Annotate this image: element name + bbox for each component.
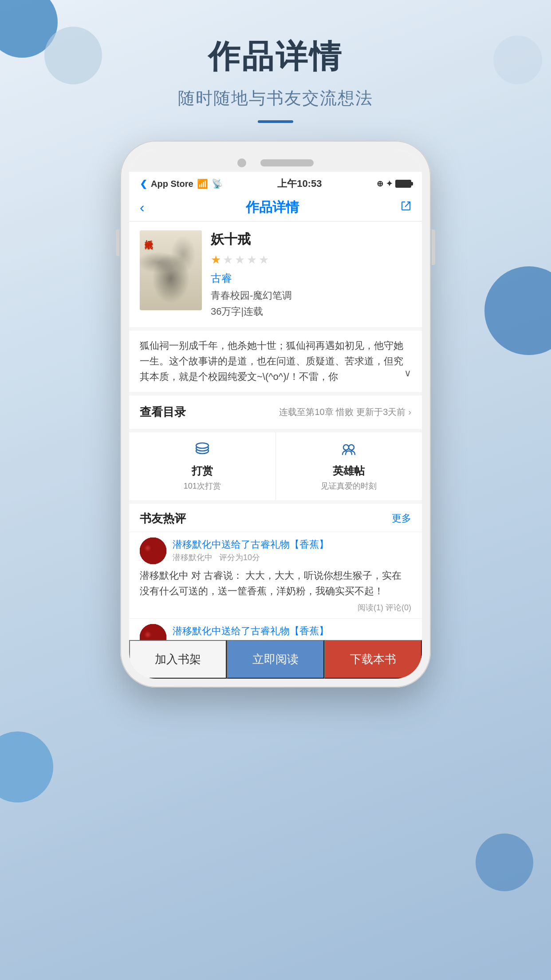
hero-post-action[interactable]: 英雄帖 见证真爱的时刻 <box>276 432 422 500</box>
svg-point-4 <box>349 445 354 450</box>
phone-mockup: ❮ App Store 📶 📡 上午10:53 ⊕ ✦ ‹ 作品详情 <box>120 141 431 688</box>
phone-volume-button <box>116 229 119 256</box>
nav-share-button[interactable] <box>401 201 411 214</box>
nav-back-button[interactable]: ‹ <box>140 199 145 216</box>
review-item-1[interactable]: 潜移默化中送给了古睿礼物【香蕉】 潜移默化中 评分为10分 潜移默化中 对 古睿… <box>129 532 422 618</box>
review-score-1: 评分为10分 <box>219 553 260 562</box>
review-content-1: 潜移默化中 对 古睿说： 大大，大大，听说你想生猴子，实在没有什么可送的，送一筐… <box>140 568 411 599</box>
review-user-info-1: 潜移默化中 评分为10分 <box>173 552 411 563</box>
book-author[interactable]: 古睿 <box>211 271 411 285</box>
phone-container: ❮ App Store 📶 📡 上午10:53 ⊕ ✦ ‹ 作品详情 <box>0 141 551 688</box>
book-details: 妖十戒 ★ ★ ★ ★ ★ 古睿 青春校园-魔幻笔调 36万字|连载 <box>211 230 411 318</box>
hot-reviews-more[interactable]: 更多 <box>392 512 411 525</box>
catalog-arrow-icon: › <box>408 407 411 417</box>
hero-post-icon <box>341 441 357 461</box>
book-info-section: 妖十戒 妖十戒 ★ ★ ★ ★ ★ 古睿 <box>129 221 422 331</box>
tip-sublabel: 101次打赏 <box>184 481 221 491</box>
review-avatar-1 <box>140 537 166 564</box>
status-right: ⊕ ✦ <box>377 179 411 189</box>
svg-point-3 <box>343 445 349 450</box>
svg-point-2 <box>196 443 209 448</box>
signal-icon: 📶 <box>197 178 208 189</box>
status-left: ❮ App Store 📶 📡 <box>140 178 223 189</box>
actions-row: 打赏 101次打赏 <box>129 432 422 504</box>
review-title-2: 潜移默化中送给了古睿礼物【香蕉】 <box>173 625 411 638</box>
review-title-block-1: 潜移默化中送给了古睿礼物【香蕉】 潜移默化中 评分为10分 <box>173 538 411 563</box>
review-title-1: 潜移默化中送给了古睿礼物【香蕉】 <box>173 538 411 551</box>
book-genre: 青春校园-魔幻笔调 <box>211 289 411 302</box>
desc-text: 狐仙祠一别成千年，他杀她十世；狐仙祠再遇如初见，他守她一生。这个故事讲的是道，也… <box>140 338 411 385</box>
hot-reviews-header: 书友热评 更多 <box>129 504 422 532</box>
phone-screen: ❮ App Store 📶 📡 上午10:53 ⊕ ✦ ‹ 作品详情 <box>129 150 422 679</box>
catalog-section[interactable]: 查看目录 连载至第10章 惜败 更新于3天前 › <box>129 395 422 432</box>
location-icon: ⊕ <box>377 179 383 189</box>
star-4: ★ <box>247 253 257 267</box>
nav-title: 作品详情 <box>246 198 299 217</box>
avatar-berries-1 <box>140 537 166 564</box>
book-title: 妖十戒 <box>211 230 411 249</box>
book-cover-art: 妖十戒 <box>140 230 202 310</box>
title-divider <box>258 120 293 123</box>
star-1: ★ <box>211 253 221 267</box>
read-now-button[interactable]: 立即阅读 <box>227 640 324 679</box>
cover-ink-art <box>140 230 202 310</box>
hero-post-sublabel: 见证真爱的时刻 <box>321 481 377 491</box>
book-rating: ★ ★ ★ ★ ★ <box>211 253 411 267</box>
back-app-label: App Store <box>151 179 193 189</box>
cover-title-text: 妖十戒 <box>143 234 154 235</box>
bg-decoration-5 <box>0 731 53 802</box>
status-time: 上午10:53 <box>277 177 322 190</box>
star-2: ★ <box>223 253 233 267</box>
phone-top-bar <box>129 150 422 172</box>
desc-expand-icon[interactable]: ∨ <box>404 365 411 381</box>
bg-decoration-6 <box>476 834 533 891</box>
hot-reviews-title: 书友热评 <box>140 511 186 526</box>
star-3: ★ <box>235 253 245 267</box>
review-header-1: 潜移默化中送给了古睿礼物【香蕉】 潜移默化中 评分为10分 <box>140 537 411 564</box>
chapter-info: 连载至第10章 惜败 <box>279 406 354 418</box>
phone-speaker <box>260 159 314 166</box>
book-wordcount: 36万字|连载 <box>211 305 411 318</box>
add-to-shelf-button[interactable]: 加入书架 <box>129 640 227 679</box>
battery-icon <box>395 180 411 188</box>
star-5: ★ <box>259 253 269 267</box>
download-button[interactable]: 下载本书 <box>324 640 422 679</box>
book-description: 狐仙祠一别成千年，他杀她十世；狐仙祠再遇如初见，他守她一生。这个故事讲的是道，也… <box>129 331 422 395</box>
bluetooth-icon: ✦ <box>386 179 393 189</box>
status-bar: ❮ App Store 📶 📡 上午10:53 ⊕ ✦ <box>129 172 422 194</box>
review-stats-1: 阅读(1) 评论(0) <box>140 602 411 613</box>
phone-camera <box>237 158 246 167</box>
review-user-1: 潜移默化中 <box>173 553 213 562</box>
hero-post-label: 英雄帖 <box>333 464 365 478</box>
tip-action[interactable]: 打赏 101次打赏 <box>129 432 276 500</box>
content-area: 妖十戒 妖十戒 ★ ★ ★ ★ ★ 古睿 <box>129 221 422 679</box>
bottom-nav: 加入书架 立即阅读 下载本书 <box>129 640 422 679</box>
phone-power-button <box>432 229 435 265</box>
back-app-icon: ❮ <box>140 178 147 189</box>
bg-decoration-3 <box>493 36 542 84</box>
tip-icon <box>194 441 210 461</box>
nav-bar: ‹ 作品详情 <box>129 194 422 221</box>
wifi-icon: 📡 <box>212 178 223 189</box>
tip-label: 打赏 <box>192 464 213 478</box>
review-comment-count-1: 评论(0) <box>386 603 411 612</box>
catalog-info: 连载至第10章 惜败 更新于3天前 › <box>279 406 411 418</box>
catalog-label: 查看目录 <box>140 404 186 420</box>
review-read-count-1: 阅读(1) <box>358 603 383 612</box>
page-big-subtitle: 随时随地与书友交流想法 <box>0 87 551 110</box>
bg-decoration-2 <box>44 27 102 84</box>
update-info: 更新于3天前 <box>356 406 405 418</box>
book-cover: 妖十戒 <box>140 230 202 310</box>
